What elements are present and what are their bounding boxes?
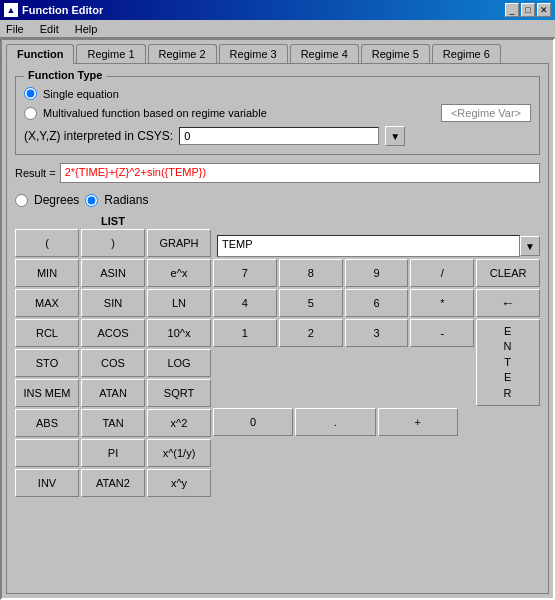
- degrees-label: Degrees: [34, 193, 79, 207]
- btn-enter[interactable]: ENTER: [476, 319, 540, 406]
- btn-close-paren[interactable]: ): [81, 229, 145, 257]
- csys-row: (X,Y,Z) interpreted in CSYS: ▼: [24, 126, 531, 146]
- btn-plus[interactable]: +: [378, 408, 458, 436]
- single-equation-label: Single equation: [43, 88, 119, 100]
- tab-content: Function Type Single equation Multivalue…: [6, 63, 549, 594]
- btn-empty: [15, 439, 79, 467]
- btn-6[interactable]: 6: [345, 289, 409, 317]
- radio-degrees[interactable]: [15, 194, 28, 207]
- tab-regime2[interactable]: Regime 2: [148, 44, 217, 64]
- btn-x1y[interactable]: x^(1/y): [147, 439, 211, 467]
- radians-label: Radians: [104, 193, 148, 207]
- btn-asin[interactable]: ASIN: [81, 259, 145, 287]
- btn-2[interactable]: 2: [279, 319, 343, 347]
- btn-rcl[interactable]: RCL: [15, 319, 79, 347]
- btn-sin[interactable]: SIN: [81, 289, 145, 317]
- btn-sqrt[interactable]: SQRT: [147, 379, 211, 407]
- btn-sto[interactable]: STO: [15, 349, 79, 377]
- menu-edit[interactable]: Edit: [38, 23, 61, 35]
- tab-regime6[interactable]: Regime 6: [432, 44, 501, 64]
- btn-xy[interactable]: x^y: [147, 469, 211, 497]
- btn-graph[interactable]: GRAPH: [147, 229, 211, 257]
- btn-0[interactable]: 0: [213, 408, 293, 436]
- regime-var-box[interactable]: <Regime Var>: [441, 104, 531, 122]
- btn-atan2[interactable]: ATAN2: [81, 469, 145, 497]
- btn-backspace[interactable]: ←: [476, 289, 540, 317]
- btn-atan[interactable]: ATAN: [81, 379, 145, 407]
- btn-inv[interactable]: INV: [15, 469, 79, 497]
- btn-3[interactable]: 3: [345, 319, 409, 347]
- btn-tan[interactable]: TAN: [81, 409, 145, 437]
- menu-file[interactable]: File: [4, 23, 26, 35]
- tab-function[interactable]: Function: [6, 44, 74, 64]
- radio-row-single: Single equation: [24, 87, 531, 100]
- tab-regime4[interactable]: Regime 4: [290, 44, 359, 64]
- title-bar: ▲ Function Editor _ □ ✕: [0, 0, 555, 20]
- radio-single-equation[interactable]: [24, 87, 37, 100]
- result-row: Result = 2*{TIME}+{Z}^2+sin({TEMP}): [15, 161, 540, 185]
- main-window: Function Regime 1 Regime 2 Regime 3 Regi…: [0, 38, 555, 600]
- btn-1[interactable]: 1: [213, 319, 277, 347]
- dropdown-arrow[interactable]: ▼: [520, 236, 540, 256]
- csys-input[interactable]: [179, 127, 379, 145]
- calculator-area: LIST ( ) GRAPH TEMP ▼: [15, 215, 540, 585]
- btn-abs[interactable]: ABS: [15, 409, 79, 437]
- app-icon: ▲: [4, 3, 18, 17]
- btn-clear[interactable]: CLEAR: [476, 259, 540, 287]
- btn-acos[interactable]: ACOS: [81, 319, 145, 347]
- radio-radians[interactable]: [85, 194, 98, 207]
- tab-regime5[interactable]: Regime 5: [361, 44, 430, 64]
- menu-help[interactable]: Help: [73, 23, 100, 35]
- multivalued-label: Multivalued function based on regime var…: [43, 107, 267, 119]
- btn-cos[interactable]: COS: [81, 349, 145, 377]
- angular-mode-row: Degrees Radians: [15, 191, 540, 209]
- tab-bar: Function Regime 1 Regime 2 Regime 3 Regi…: [6, 44, 549, 64]
- btn-decimal[interactable]: .: [295, 408, 375, 436]
- btn-max[interactable]: MAX: [15, 289, 79, 317]
- btn-pi[interactable]: PI: [81, 439, 145, 467]
- radio-multivalued[interactable]: [24, 107, 37, 120]
- window-controls: _ □ ✕: [505, 3, 551, 17]
- result-box[interactable]: 2*{TIME}+{Z}^2+sin({TEMP}): [60, 163, 540, 183]
- tab-regime1[interactable]: Regime 1: [76, 44, 145, 64]
- btn-7[interactable]: 7: [213, 259, 277, 287]
- btn-min[interactable]: MIN: [15, 259, 79, 287]
- btn-10x[interactable]: 10^x: [147, 319, 211, 347]
- btn-ex[interactable]: e^x: [147, 259, 211, 287]
- btn-log[interactable]: LOG: [147, 349, 211, 377]
- btn-minus[interactable]: -: [410, 319, 474, 347]
- btn-ins-mem[interactable]: INS MEM: [15, 379, 79, 407]
- function-type-group: Function Type Single equation Multivalue…: [15, 76, 540, 155]
- function-type-label: Function Type: [24, 69, 106, 81]
- list-label: LIST: [15, 215, 211, 227]
- btn-open-paren[interactable]: (: [15, 229, 79, 257]
- csys-dropdown-arrow[interactable]: ▼: [385, 126, 405, 146]
- csys-label: (X,Y,Z) interpreted in CSYS:: [24, 129, 173, 143]
- btn-5[interactable]: 5: [279, 289, 343, 317]
- btn-x2[interactable]: x^2: [147, 409, 211, 437]
- btn-multiply[interactable]: *: [410, 289, 474, 317]
- btn-ln[interactable]: LN: [147, 289, 211, 317]
- btn-8[interactable]: 8: [279, 259, 343, 287]
- close-button[interactable]: ✕: [537, 3, 551, 17]
- btn-9[interactable]: 9: [345, 259, 409, 287]
- maximize-button[interactable]: □: [521, 3, 535, 17]
- minimize-button[interactable]: _: [505, 3, 519, 17]
- radio-row-multi: Multivalued function based on regime var…: [24, 104, 531, 122]
- variable-dropdown[interactable]: TEMP: [217, 235, 520, 257]
- menu-bar: File Edit Help: [0, 20, 555, 38]
- window-title: Function Editor: [22, 4, 103, 16]
- tab-regime3[interactable]: Regime 3: [219, 44, 288, 64]
- btn-divide[interactable]: /: [410, 259, 474, 287]
- btn-4[interactable]: 4: [213, 289, 277, 317]
- result-label: Result =: [15, 167, 56, 179]
